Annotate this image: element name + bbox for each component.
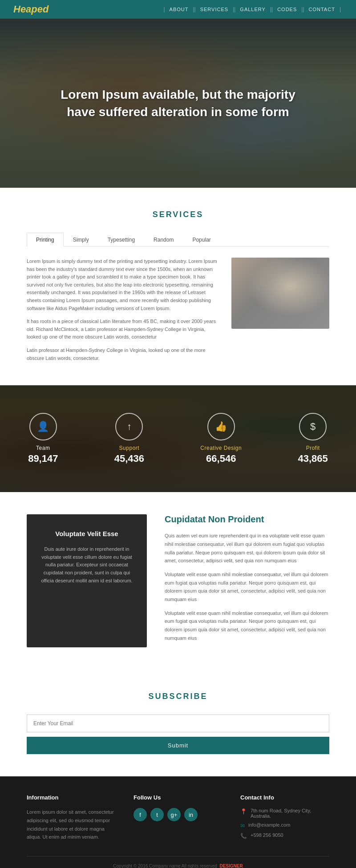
stat-support-number: 45,436 <box>114 453 144 464</box>
nav-sep: | <box>340 6 341 12</box>
tab-printing[interactable]: Printing <box>27 233 64 246</box>
footer-info-text: Lorem ipsum dolor sit amet, consectetur … <box>27 808 116 841</box>
subscribe-title: SUBSCRIBE <box>27 692 329 701</box>
stats-section: 👤 Team 89,147 ↑ Support 45,436 👍 Creativ… <box>0 385 356 492</box>
stat-support: ↑ Support 45,436 <box>114 413 144 464</box>
stat-team-icon: 👤 <box>29 413 57 440</box>
services-paragraph-1: Lorem Ipsum is simply dummy text of the … <box>27 258 218 312</box>
stat-creative-number: 66,546 <box>200 453 242 464</box>
contact-address-item: 📍 7th num Road, Sydney City, Australia. <box>240 808 329 819</box>
stat-support-icon: ↑ <box>115 413 143 440</box>
info-left-panel: Voluptate Velit Esse Duis aute irure dol… <box>27 514 147 647</box>
info-section: Voluptate Velit Esse Duis aute irure dol… <box>0 492 356 670</box>
facebook-icon[interactable]: f <box>134 808 147 821</box>
nav-sep: | <box>163 6 165 12</box>
stat-creative: 👍 Creative Design 66,546 <box>200 413 242 464</box>
footer-columns: Information Lorem ipsum dolor sit amet, … <box>27 794 329 856</box>
copyright-text: Copyright © 2016 Company name All rights… <box>113 864 217 868</box>
stat-team-label: Team <box>28 445 58 451</box>
info-left-text: Duis aute irure dolor in reprehenderit i… <box>40 545 134 585</box>
footer-contact-title: Contact Info <box>240 794 329 801</box>
info-right-panel: Cupidatat Non Proident Quis autem vel eu… <box>165 514 329 647</box>
nav-sep: || <box>301 6 304 12</box>
address-icon: 📍 <box>240 808 247 815</box>
email-input[interactable] <box>27 715 329 732</box>
footer-copyright: Copyright © 2016 Company name All rights… <box>27 856 329 868</box>
contact-phone: +598 256 9050 <box>251 832 283 838</box>
footer: Information Lorem ipsum dolor sit amet, … <box>0 776 356 868</box>
brand-name: DESIGNER <box>219 864 243 868</box>
nav-contact[interactable]: CONTACT <box>306 7 338 12</box>
footer-information: Information Lorem ipsum dolor sit amet, … <box>27 794 116 843</box>
nav-services[interactable]: SERVICES <box>198 7 231 12</box>
services-image-inner <box>231 258 329 329</box>
tab-popular[interactable]: Popular <box>183 233 220 246</box>
info-left-title: Voluptate Velit Esse <box>40 530 134 537</box>
hero-text: Lorem Ipsum available, but the majority … <box>53 86 303 121</box>
contact-address: 7th num Road, Sydney City, Australia. <box>251 808 329 819</box>
services-content: Lorem Ipsum is simply dummy text of the … <box>27 258 329 367</box>
stat-profit-icon: $ <box>299 413 327 440</box>
stat-profit-label: Profit <box>298 445 328 451</box>
tab-simply[interactable]: Simply <box>64 233 98 246</box>
services-section: SERVICES Printing Simply Typesetting Ran… <box>0 188 356 385</box>
hero-headline: Lorem Ipsum available, but the majority … <box>53 86 303 121</box>
services-tabs: Printing Simply Typesetting Random Popul… <box>27 233 329 246</box>
services-text-block: Lorem Ipsum is simply dummy text of the … <box>27 258 218 367</box>
stat-profit-number: 43,865 <box>298 453 328 464</box>
contact-email: info@example.com <box>248 822 290 828</box>
footer-follow: Follow Us f t g+ in <box>134 794 222 843</box>
linkedin-icon[interactable]: in <box>184 808 198 821</box>
header: Heaped | ABOUT || SERVICES || GALLERY ||… <box>0 0 356 19</box>
email-icon: ✉ <box>240 823 245 829</box>
services-image <box>231 258 329 329</box>
info-right-p1: Quis autem vel eum iure reprehenderit qu… <box>165 532 329 565</box>
stat-team: 👤 Team 89,147 <box>28 413 58 464</box>
logo: Heaped <box>13 4 49 15</box>
nav-codes[interactable]: CODES <box>275 7 299 12</box>
info-right-p3: Voluptate velit esse quam nihil molestia… <box>165 609 329 642</box>
google-plus-icon[interactable]: g+ <box>167 808 181 821</box>
tab-random[interactable]: Random <box>144 233 183 246</box>
contact-email-item: ✉ info@example.com <box>240 822 329 829</box>
stat-profit: $ Profit 43,865 <box>298 413 328 464</box>
contact-phone-item: 📞 +598 256 9050 <box>240 832 329 839</box>
subscribe-section: SUBSCRIBE Submit <box>0 670 356 776</box>
info-right-title: Cupidatat Non Proident <box>165 514 329 525</box>
nav-about[interactable]: ABOUT <box>167 7 191 12</box>
nav-sep: || <box>193 6 195 12</box>
footer-contact: Contact Info 📍 7th num Road, Sydney City… <box>240 794 329 843</box>
submit-button[interactable]: Submit <box>27 737 329 754</box>
stat-creative-icon: 👍 <box>207 413 235 440</box>
hero-section: Lorem Ipsum available, but the majority … <box>0 19 356 188</box>
social-links: f t g+ in <box>134 808 222 821</box>
stat-team-number: 89,147 <box>28 453 58 464</box>
services-paragraph-3: Latin professor at Hampden-Sydney Colleg… <box>27 347 218 362</box>
stat-support-label: Support <box>114 445 144 451</box>
footer-info-title: Information <box>27 794 116 801</box>
services-title: SERVICES <box>27 210 329 219</box>
nav-sep: || <box>270 6 273 12</box>
info-right-p2: Voluptate velit esse quam nihil molestia… <box>165 570 329 604</box>
navigation: | ABOUT || SERVICES || GALLERY || CODES … <box>162 6 343 12</box>
stat-creative-label: Creative Design <box>200 445 242 451</box>
twitter-icon[interactable]: t <box>150 808 164 821</box>
nav-gallery[interactable]: GALLERY <box>237 7 268 12</box>
services-paragraph-2: It has roots in a piece of classical Lat… <box>27 318 218 341</box>
phone-icon: 📞 <box>240 833 247 839</box>
nav-sep: || <box>233 6 235 12</box>
footer-follow-title: Follow Us <box>134 794 222 801</box>
tab-typesetting[interactable]: Typesetting <box>98 233 144 246</box>
